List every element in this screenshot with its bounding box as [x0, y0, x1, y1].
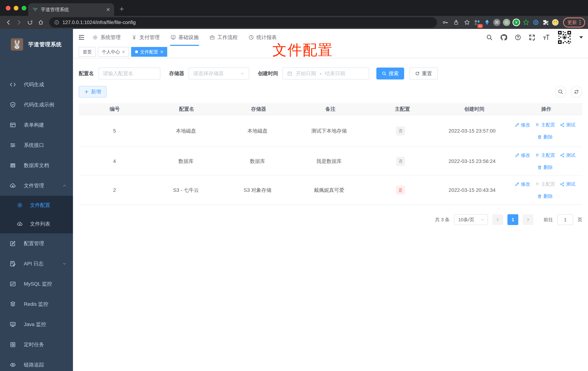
- sidebar-item-cron-job[interactable]: 定时任务: [0, 335, 73, 355]
- menu-dots-icon: [579, 20, 581, 25]
- browser-update-button[interactable]: 更新: [563, 18, 585, 27]
- sidebar-item-system-api[interactable]: 系统接口: [0, 135, 73, 155]
- extension-emoji-icon[interactable]: [550, 18, 560, 27]
- refresh-table-button[interactable]: [571, 86, 582, 97]
- minimize-window-button[interactable]: [14, 6, 18, 11]
- sidebar-item-api-log[interactable]: API 日志: [0, 254, 73, 274]
- name-filter-input[interactable]: [103, 71, 156, 76]
- extension-puzzle-icon[interactable]: [541, 18, 550, 27]
- add-button[interactable]: 新增: [79, 86, 106, 97]
- sidebar: 🐰 芋道管理系统 代码生成 代码生成示例 表单构建 系统接口: [0, 29, 73, 371]
- fullscreen-icon[interactable]: [529, 34, 535, 41]
- sidebar-item-redis-monitor[interactable]: Redis 监控: [0, 294, 73, 314]
- table-row: 4 数据库 数据库 我是数据库 否 2022-03-15 23:56:24 修改: [79, 147, 582, 176]
- edit-button[interactable]: 修改: [515, 122, 530, 128]
- delete-button[interactable]: 删除: [537, 193, 553, 199]
- edit-button[interactable]: 修改: [515, 181, 530, 187]
- goto-page-input[interactable]: [557, 214, 573, 225]
- bookmark-star-icon[interactable]: [462, 17, 472, 28]
- traffic-lights: [6, 6, 26, 11]
- sidebar-item-file-manage[interactable]: 文件管理: [0, 176, 73, 196]
- plus-icon: [84, 89, 89, 94]
- test-button[interactable]: 测试: [560, 152, 575, 159]
- extension-command-icon[interactable]: ⌘: [492, 18, 502, 27]
- browser-tab[interactable]: 芋道管理系统: [28, 3, 114, 16]
- zoom-window-button[interactable]: [22, 6, 26, 11]
- home-icon[interactable]: [35, 17, 46, 28]
- sidebar-item-config-manage[interactable]: 配置管理: [0, 233, 73, 254]
- delete-button[interactable]: 删除: [537, 134, 553, 140]
- font-size-icon[interactable]: [543, 34, 550, 41]
- table-row: 2 S3 - 七牛云 S3 对象存储 戴佩妮真可爱 是 2022-03-15 2…: [79, 176, 582, 204]
- site-info-icon[interactable]: [54, 20, 59, 25]
- edit-button[interactable]: 修改: [515, 152, 530, 159]
- search-icon: [382, 71, 387, 76]
- sidebar-item-file-list[interactable]: 文件列表: [0, 215, 73, 233]
- date-range-picker[interactable]: 开始日期 - 结束日期: [283, 68, 369, 79]
- extension-record-icon[interactable]: [502, 18, 511, 27]
- search-icon[interactable]: [486, 34, 493, 41]
- sidebar-item-file-config[interactable]: 文件配置: [0, 196, 73, 215]
- sidebar-item-java-monitor[interactable]: Java 监控: [0, 314, 73, 335]
- nav-item-infra[interactable]: 基础设施: [165, 29, 204, 46]
- close-icon[interactable]: [160, 50, 163, 53]
- tag-tab-home[interactable]: 首页: [79, 47, 96, 57]
- next-page-button[interactable]: [523, 214, 534, 225]
- command-glyph: ⌘: [493, 19, 500, 26]
- nav-item-pay[interactable]: 支付管理: [126, 29, 165, 46]
- sidebar-item-code-demo[interactable]: 代码生成示例: [0, 95, 73, 115]
- cloud-download-icon: [10, 183, 16, 189]
- tag-tab-file-config[interactable]: 文件配置: [131, 47, 167, 57]
- end-date-placeholder: 结束日期: [325, 70, 345, 77]
- row-actions: 修改 主配置 测试: [508, 179, 582, 201]
- sidebar-item-tracing[interactable]: 链路追踪: [0, 355, 73, 371]
- github-icon[interactable]: [500, 34, 507, 41]
- master-button[interactable]: 主配置: [535, 122, 555, 128]
- extension-y-icon[interactable]: [511, 18, 521, 27]
- extension-gem-icon[interactable]: [482, 18, 492, 27]
- page-size-select[interactable]: 10条/页: [454, 214, 488, 225]
- extension-star-icon[interactable]: [521, 18, 531, 27]
- sidebar-item-form-builder[interactable]: 表单构建: [0, 115, 73, 135]
- share-nodes-icon: [560, 153, 565, 158]
- back-icon[interactable]: [3, 17, 14, 28]
- avatar[interactable]: 😺: [557, 30, 572, 45]
- sidebar-item-mysql-monitor[interactable]: MySQL 监控: [0, 274, 73, 294]
- address-bar[interactable]: 127.0.0.1:1024/infra/file/file-config: [49, 17, 437, 28]
- shield-check-icon: [10, 102, 16, 108]
- reload-icon[interactable]: [25, 17, 35, 28]
- show-search-button[interactable]: [555, 86, 566, 97]
- user-dropdown-caret-icon[interactable]: [579, 36, 583, 39]
- refresh-icon: [574, 89, 579, 95]
- extension-eye-icon[interactable]: [531, 18, 541, 27]
- new-tab-button[interactable]: [116, 4, 127, 14]
- extension-tag-manager-icon[interactable]: 11: [472, 18, 482, 27]
- search-button[interactable]: 搜索: [376, 68, 404, 79]
- gear-icon: [93, 35, 98, 40]
- close-icon[interactable]: [122, 50, 125, 53]
- prev-page-button[interactable]: [492, 214, 503, 225]
- pagination: 共 3 条 10条/页 1 前往 页: [79, 214, 582, 225]
- sidebar-item-db-doc[interactable]: 数据库文档: [0, 155, 73, 176]
- nav-item-system[interactable]: 系统管理: [87, 29, 126, 46]
- help-icon[interactable]: [515, 34, 521, 41]
- tab-close-icon[interactable]: [106, 8, 110, 11]
- storage-filter-select[interactable]: 请选择存储器: [189, 68, 249, 79]
- chevron-down-icon: [63, 262, 66, 266]
- collapse-sidebar-icon[interactable]: [78, 34, 85, 41]
- delete-button[interactable]: 删除: [537, 164, 553, 170]
- test-button[interactable]: 测试: [560, 181, 575, 187]
- master-button[interactable]: 主配置: [535, 152, 555, 159]
- reset-button[interactable]: 重置: [409, 68, 438, 79]
- forward-icon[interactable]: [14, 17, 25, 28]
- test-button[interactable]: 测试: [560, 122, 575, 128]
- briefcase-icon: [210, 35, 215, 40]
- doc-edit-icon: [10, 261, 16, 267]
- sidebar-item-code-gen[interactable]: 代码生成: [0, 74, 73, 95]
- nav-item-workflow[interactable]: 工作流程: [204, 29, 243, 46]
- tag-tab-profile[interactable]: 个人中心: [98, 47, 129, 57]
- close-window-button[interactable]: [6, 6, 10, 11]
- page-number-button[interactable]: 1: [507, 214, 518, 225]
- share-icon[interactable]: [451, 17, 462, 28]
- password-key-icon[interactable]: [440, 17, 451, 28]
